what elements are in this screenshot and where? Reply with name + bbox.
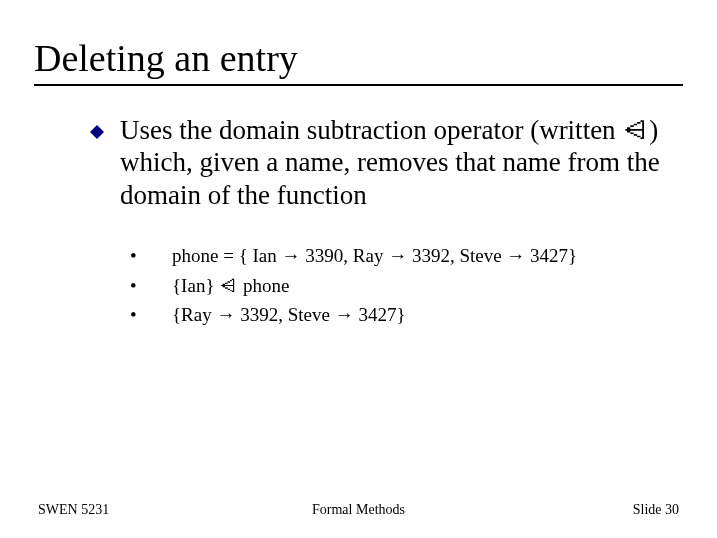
list-item: • phone = { Ian → 3390, Ray → 3392, Stev… (130, 241, 663, 270)
bullet-dot-icon: • (130, 300, 172, 329)
list-item: • {Ian} ⩤ phone (130, 271, 663, 300)
svg-rect-0 (90, 125, 104, 139)
sub-bullet-text: {Ray → 3392, Steve → 3427} (172, 300, 406, 329)
footer-right: Slide 30 (633, 502, 679, 518)
bullet-dot-icon: • (130, 271, 172, 300)
list-item: • {Ray → 3392, Steve → 3427} (130, 300, 663, 329)
slide-body: Uses the domain subtraction operator (wr… (90, 114, 663, 329)
footer-center: Formal Methods (312, 502, 405, 518)
slide-footer: SWEN 5231 Formal Methods Slide 30 (0, 502, 717, 518)
slide-title: Deleting an entry (34, 36, 683, 86)
main-bullet-text: Uses the domain subtraction operator (wr… (120, 114, 663, 211)
sub-list: • phone = { Ian → 3390, Ray → 3392, Stev… (130, 241, 663, 329)
bullet-dot-icon: • (130, 241, 172, 270)
sub-bullet-text: phone = { Ian → 3390, Ray → 3392, Steve … (172, 241, 577, 270)
slide: Deleting an entry Uses the domain subtra… (0, 0, 717, 538)
footer-left: SWEN 5231 (38, 502, 109, 518)
list-item: Uses the domain subtraction operator (wr… (90, 114, 663, 211)
bullet-diamond-icon (90, 125, 104, 139)
sub-bullet-text: {Ian} ⩤ phone (172, 271, 289, 300)
